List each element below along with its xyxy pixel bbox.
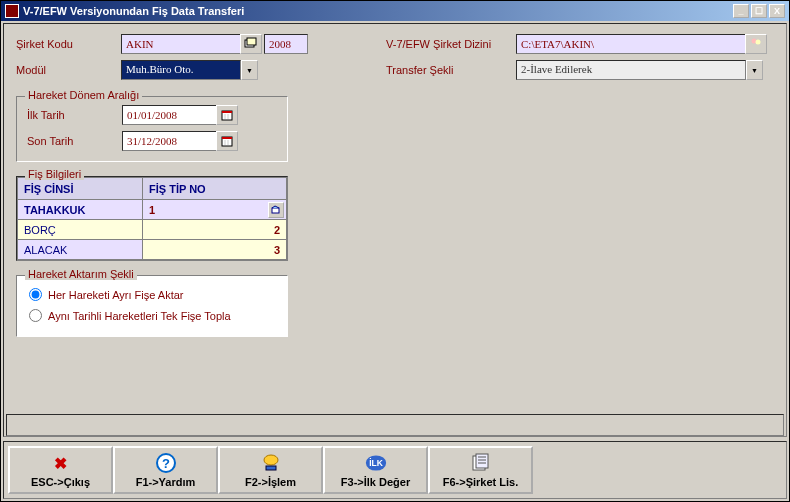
f2-islem-button[interactable]: F2->İşlem bbox=[218, 446, 323, 494]
table-row[interactable]: ALACAK 3 bbox=[18, 240, 287, 260]
donem-legend: Hareket Dönem Aralığı bbox=[25, 89, 142, 101]
svg-rect-5 bbox=[222, 111, 232, 113]
sirket-kodu-input[interactable] bbox=[121, 34, 241, 54]
aktarim-fieldset: Hareket Aktarım Şekli Her Hareketi Ayrı … bbox=[16, 275, 288, 337]
app-window: V-7/EFW Versiyonundan Fiş Data Transferi… bbox=[0, 0, 790, 502]
lookup-icon bbox=[271, 205, 281, 215]
chevron-down-icon: ▼ bbox=[246, 67, 253, 74]
fis-cinsi-cell: TAHAKKUK bbox=[18, 200, 143, 220]
donem-fieldset: Hareket Dönem Aralığı İlk Tarih Son Tari… bbox=[16, 96, 288, 162]
table-row[interactable]: BORÇ 2 bbox=[18, 220, 287, 240]
close-button[interactable]: X bbox=[769, 4, 785, 18]
svg-rect-12 bbox=[272, 208, 279, 213]
modul-dropdown-button[interactable]: ▼ bbox=[241, 60, 258, 80]
svg-point-15 bbox=[264, 455, 278, 465]
sirket-dizini-input[interactable] bbox=[516, 34, 746, 54]
f6-sirket-listesi-button[interactable]: F6->Şirket Lis. bbox=[428, 446, 533, 494]
transfer-sekli-select[interactable]: 2-İlave Edilerek bbox=[516, 60, 746, 80]
ilk-tarih-calendar-button[interactable] bbox=[216, 105, 238, 125]
minimize-button[interactable]: _ bbox=[733, 4, 749, 18]
svg-text:İLK: İLK bbox=[369, 458, 384, 468]
svg-rect-1 bbox=[247, 38, 256, 45]
ilk-tarih-label: İlk Tarih bbox=[27, 109, 122, 121]
radio-ayri-input[interactable] bbox=[29, 288, 42, 301]
sirket-kodu-label: Şirket Kodu bbox=[16, 38, 121, 50]
process-icon bbox=[260, 452, 282, 474]
sirket-dizini-label: V-7/EFW Şirket Dizini bbox=[386, 38, 516, 50]
window-title: V-7/EFW Versiyonundan Fiş Data Transferi bbox=[23, 5, 733, 17]
maximize-button[interactable]: ☐ bbox=[751, 4, 767, 18]
modul-label: Modül bbox=[16, 64, 121, 76]
table-row[interactable]: TAHAKKUK 1 bbox=[18, 200, 287, 220]
fis-tipno-cell[interactable]: 1 bbox=[143, 200, 287, 220]
ilk-tarih-input[interactable] bbox=[122, 105, 217, 125]
help-icon: ? bbox=[155, 452, 177, 474]
son-tarih-label: Son Tarih bbox=[27, 135, 122, 147]
modul-select[interactable]: Muh.Büro Oto. bbox=[121, 60, 241, 80]
transfer-sekli-label: Transfer Şekli bbox=[386, 64, 516, 76]
radio-topla-label: Aynı Tarihli Hareketleri Tek Fişe Topla bbox=[48, 310, 231, 322]
close-x-icon: ✖ bbox=[50, 452, 72, 474]
fis-col-cinsi: FİŞ CİNSİ bbox=[18, 178, 143, 200]
fis-bilgileri-legend: Fiş Bilgileri bbox=[25, 168, 84, 180]
titlebar: V-7/EFW Versiyonundan Fiş Data Transferi… bbox=[1, 1, 789, 21]
ilk-badge-icon: İLK bbox=[365, 452, 387, 474]
chevron-down-icon: ▼ bbox=[751, 67, 758, 74]
fis-col-tipno: FİŞ TİP NO bbox=[143, 178, 287, 200]
svg-rect-16 bbox=[266, 466, 276, 470]
aktarim-legend: Hareket Aktarım Şekli bbox=[25, 268, 137, 280]
f3-ilk-deger-button[interactable]: İLK F3->İlk Değer bbox=[323, 446, 428, 494]
sirket-kodu-lookup-button[interactable] bbox=[240, 34, 262, 54]
list-icon bbox=[470, 452, 492, 474]
calendar-icon bbox=[221, 135, 233, 147]
son-tarih-input[interactable] bbox=[122, 131, 217, 151]
app-icon bbox=[5, 4, 19, 18]
radio-topla-input[interactable] bbox=[29, 309, 42, 322]
svg-rect-9 bbox=[222, 137, 232, 139]
fis-bilgileri-fieldset: Fiş Bilgileri FİŞ CİNSİ FİŞ TİP NO TAHAK… bbox=[16, 176, 288, 261]
statusbar bbox=[6, 414, 784, 436]
lookup-icon bbox=[244, 37, 258, 51]
fis-tipno-cell[interactable]: 3 bbox=[143, 240, 287, 260]
folder-people-icon bbox=[749, 37, 763, 51]
fis-tipno-cell[interactable]: 2 bbox=[143, 220, 287, 240]
radio-option-ayri[interactable]: Her Hareketi Ayrı Fişe Aktar bbox=[27, 284, 277, 305]
fis-cinsi-cell: BORÇ bbox=[18, 220, 143, 240]
fis-cinsi-cell: ALACAK bbox=[18, 240, 143, 260]
transfer-sekli-dropdown-button[interactable]: ▼ bbox=[746, 60, 763, 80]
son-tarih-calendar-button[interactable] bbox=[216, 131, 238, 151]
esc-cikis-button[interactable]: ✖ ESC->Çıkış bbox=[8, 446, 113, 494]
fis-table: FİŞ CİNSİ FİŞ TİP NO TAHAKKUK 1 BORÇ bbox=[17, 177, 287, 260]
calendar-icon bbox=[221, 109, 233, 121]
svg-rect-20 bbox=[476, 454, 488, 468]
svg-text:?: ? bbox=[162, 456, 170, 471]
svg-point-3 bbox=[756, 40, 761, 45]
toolbar: ✖ ESC->Çıkış ? F1->Yardım F2->İşlem İLK … bbox=[8, 446, 782, 494]
year-input[interactable] bbox=[264, 34, 308, 54]
sirket-dizini-browse-button[interactable] bbox=[745, 34, 767, 54]
radio-ayri-label: Her Hareketi Ayrı Fişe Aktar bbox=[48, 289, 184, 301]
f1-yardim-button[interactable]: ? F1->Yardım bbox=[113, 446, 218, 494]
cell-lookup-button[interactable] bbox=[268, 202, 284, 218]
radio-option-topla[interactable]: Aynı Tarihli Hareketleri Tek Fişe Topla bbox=[27, 305, 277, 326]
